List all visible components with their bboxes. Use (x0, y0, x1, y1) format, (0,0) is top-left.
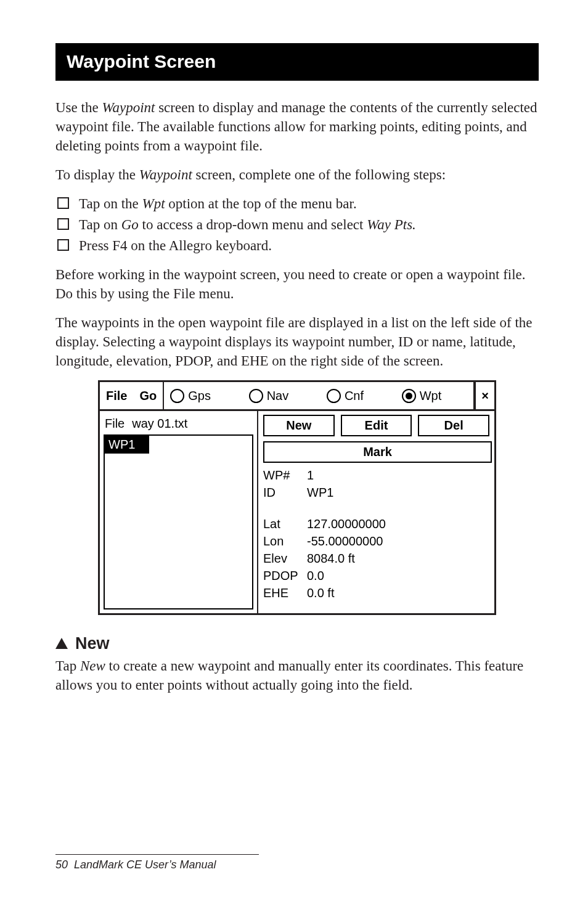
tab-label: Nav (267, 388, 289, 404)
app-screenshot: File Go Gps Nav Cnf Wpt × File way 01.tx… (98, 380, 496, 615)
ehe-label: EHE (263, 585, 297, 601)
lat-value: 127.00000000 (307, 516, 386, 532)
wpnum-label: WP# (263, 467, 297, 484)
wpnum-value: 1 (307, 467, 314, 484)
menu-bar: File Go Gps Nav Cnf Wpt × (100, 382, 494, 411)
radio-icon (327, 389, 341, 403)
checkbox-icon (57, 197, 69, 209)
bullet-text: Tap on (79, 217, 121, 232)
footer-text: 50 LandMark CE User’s Manual (55, 857, 539, 872)
id-value: WP1 (307, 484, 333, 501)
triangle-icon (55, 638, 68, 649)
elev-label: Elev (263, 550, 297, 567)
to-display-paragraph: To display the Waypoint screen, complete… (55, 165, 539, 184)
new-body-post: to create a new waypoint and manually en… (55, 658, 523, 693)
waypoint-list-pane: File way 01.txt WP1 (100, 411, 258, 613)
edit-button[interactable]: Edit (341, 415, 412, 436)
pdop-value: 0.0 (307, 568, 324, 584)
menu-file[interactable]: File (100, 382, 133, 409)
intro-em: Waypoint (102, 100, 155, 115)
bullet-text: option at the top of the menu bar. (165, 196, 357, 211)
radio-selected-icon (402, 389, 416, 403)
checkbox-icon (57, 218, 69, 230)
waypoints-paragraph: The waypoints in the open waypoint file … (55, 313, 539, 370)
lat-label: Lat (263, 516, 297, 532)
id-label: ID (263, 484, 297, 501)
tab-wpt[interactable]: Wpt (396, 382, 448, 409)
checkbox-icon (57, 239, 69, 251)
new-body-pre: Tap (55, 658, 80, 674)
list-item-selected[interactable]: WP1 (105, 436, 149, 454)
pdop-label: PDOP (263, 568, 297, 584)
tab-label: Wpt (420, 388, 442, 404)
file-name: way 01.txt (132, 415, 187, 432)
to-display-post: screen, complete one of the following st… (192, 167, 446, 182)
tab-label: Gps (188, 388, 211, 404)
to-display-pre: To display the (55, 167, 139, 182)
list-item: Tap on the Wpt option at the top of the … (55, 194, 539, 213)
tab-nav[interactable]: Nav (243, 382, 295, 409)
waypoint-detail-pane: New Edit Del Mark WP#1 IDWP1 Lat127.0000… (258, 411, 494, 613)
bullet-text: to access a drop-down menu and select (139, 217, 367, 232)
before-working-paragraph: Before working in the waypoint screen, y… (55, 265, 539, 303)
section-header-new: New (55, 632, 539, 654)
close-button[interactable]: × (475, 382, 494, 409)
page-footer: 50 LandMark CE User’s Manual (55, 854, 539, 872)
to-display-em: Waypoint (139, 167, 192, 182)
bullet-em: Way Pts. (367, 217, 416, 232)
lon-value: -55.00000000 (307, 533, 383, 550)
intro-pre: Use the (55, 100, 102, 115)
bullet-text: Tap on the (79, 196, 142, 211)
bullet-text: Press F4 on the Allegro keyboard. (79, 238, 272, 253)
tab-cnf[interactable]: Cnf (321, 382, 370, 409)
new-section-body: Tap New to create a new waypoint and man… (55, 656, 539, 695)
page-title: Waypoint Screen (55, 43, 539, 81)
elev-value: 8084.0 ft (307, 550, 355, 567)
mark-button[interactable]: Mark (263, 441, 492, 463)
menu-go[interactable]: Go (133, 382, 163, 409)
list-item: Tap on Go to access a drop-down menu and… (55, 215, 539, 234)
radio-icon (249, 389, 263, 403)
list-item: Press F4 on the Allegro keyboard. (55, 236, 539, 255)
bullet-list: Tap on the Wpt option at the top of the … (55, 194, 539, 255)
tab-gps[interactable]: Gps (164, 382, 217, 409)
radio-icon (170, 389, 184, 403)
new-button[interactable]: New (263, 415, 335, 436)
new-body-em: New (80, 658, 105, 674)
lon-label: Lon (263, 533, 297, 550)
bullet-em: Go (121, 217, 139, 232)
del-button[interactable]: Del (418, 415, 489, 436)
tab-label: Cnf (345, 388, 364, 404)
waypoint-list[interactable]: WP1 (104, 434, 253, 609)
file-label: File (105, 415, 125, 432)
bullet-em: Wpt (142, 196, 165, 211)
footer-rule (55, 854, 259, 855)
ehe-value: 0.0 ft (307, 585, 334, 601)
section-title: New (75, 632, 110, 654)
intro-paragraph: Use the Waypoint screen to display and m… (55, 98, 539, 155)
